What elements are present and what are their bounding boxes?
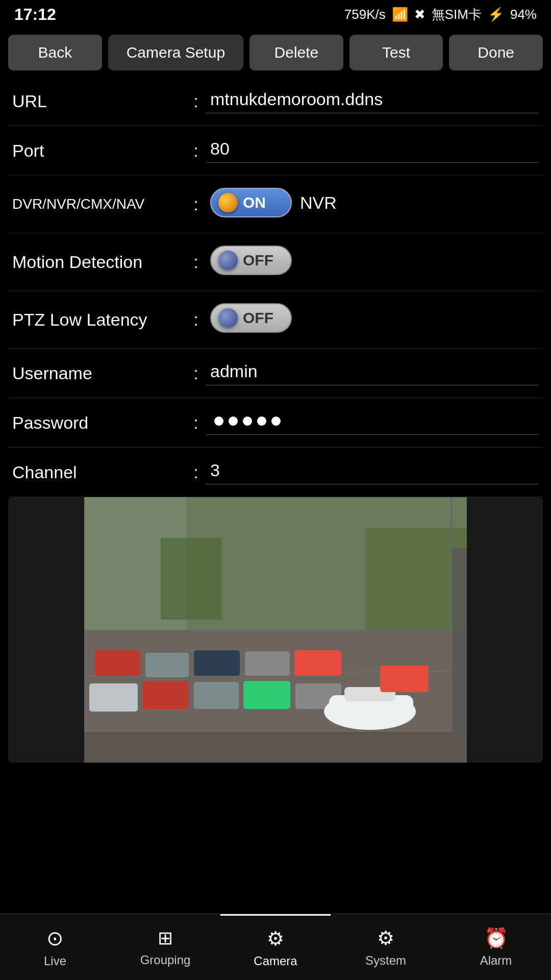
done-button[interactable]: Done	[449, 35, 543, 70]
toolbar: Back Camera Setup Delete Test Done	[0, 29, 551, 77]
svg-rect-6	[94, 650, 140, 676]
username-input[interactable]	[210, 361, 539, 381]
live-icon: ⊙	[46, 926, 64, 950]
sim-text: 無SIM卡	[432, 6, 482, 23]
port-row: Port :	[8, 126, 543, 176]
toggle-dot-on	[218, 193, 238, 212]
pwd-dot-2	[229, 416, 238, 426]
toggle-dot-off-ptz	[218, 308, 238, 328]
username-label: Username	[12, 363, 186, 383]
password-label: Password	[12, 413, 186, 433]
password-row: Password :	[8, 398, 543, 448]
dvr-toggle-label: ON	[243, 194, 266, 211]
back-button[interactable]: Back	[8, 35, 102, 70]
status-bar: 17:12 759K/s 📶 ✖ 無SIM卡 ⚡ 94%	[0, 0, 551, 29]
username-row: Username :	[8, 349, 543, 398]
port-label: Port	[12, 141, 186, 161]
status-right: 759K/s 📶 ✖ 無SIM卡 ⚡ 94%	[344, 6, 537, 23]
toggle-dot-off-motion	[218, 251, 238, 270]
password-sep: :	[186, 413, 206, 433]
port-sep: :	[186, 141, 206, 161]
channel-label: Channel	[12, 462, 186, 482]
nav-grouping[interactable]: ⊞ Grouping	[110, 914, 220, 980]
svg-rect-20	[452, 548, 467, 763]
grouping-icon: ⊞	[158, 927, 173, 949]
bottom-nav: ⊙ Live ⊞ Grouping ⚙ Camera ⚙ System ⏰ Al…	[0, 914, 551, 980]
url-sep: :	[186, 91, 206, 111]
url-row: URL :	[8, 77, 543, 126]
nav-alarm[interactable]: ⏰ Alarm	[441, 914, 551, 980]
dvr-row: DVR/NVR/CMX/NAV : ON NVR	[8, 176, 543, 233]
svg-rect-8	[194, 650, 240, 676]
pwd-dot-4	[257, 416, 266, 426]
network-speed: 759K/s	[344, 7, 386, 22]
svg-rect-14	[243, 681, 290, 709]
svg-rect-11	[89, 683, 138, 712]
test-button[interactable]: Test	[349, 35, 443, 70]
nvr-label: NVR	[300, 193, 337, 213]
channel-row: Channel :	[8, 448, 543, 497]
alarm-icon: ⏰	[484, 927, 508, 949]
system-icon: ⚙	[377, 927, 394, 949]
password-dots	[210, 416, 281, 426]
ptz-sep: :	[186, 310, 206, 330]
motion-toggle[interactable]: OFF	[210, 246, 292, 275]
form-area: URL : Port : DVR/NVR/CMX/NAV : ON NVR Mo…	[0, 77, 551, 497]
dvr-label: DVR/NVR/CMX/NAV	[12, 196, 186, 212]
camera-setup-label: Camera Setup	[108, 35, 243, 70]
nav-camera-label: Camera	[254, 954, 297, 968]
svg-rect-12	[143, 681, 189, 709]
nav-grouping-label: Grouping	[140, 953, 191, 967]
url-label: URL	[12, 91, 186, 111]
battery-level: 94%	[510, 7, 537, 22]
svg-rect-22	[84, 732, 467, 763]
svg-rect-19	[380, 666, 429, 692]
url-input[interactable]	[210, 89, 539, 109]
dvr-toggle[interactable]: ON	[210, 188, 292, 217]
nav-alarm-label: Alarm	[480, 953, 512, 968]
port-input[interactable]	[210, 139, 539, 159]
ptz-label: PTZ Low Latency	[12, 310, 186, 330]
pwd-dot-5	[271, 416, 281, 426]
status-time: 17:12	[14, 5, 56, 24]
username-value[interactable]	[206, 361, 539, 385]
channel-sep: :	[186, 462, 206, 482]
motion-sep: :	[186, 252, 206, 272]
camera-preview	[8, 497, 543, 763]
wifi-icon: 📶	[392, 7, 408, 22]
delete-button[interactable]: Delete	[249, 35, 343, 70]
ptz-toggle[interactable]: OFF	[210, 303, 292, 333]
motion-label: Motion Detection	[12, 252, 186, 272]
svg-rect-7	[145, 653, 189, 677]
pwd-dot-1	[214, 416, 223, 426]
nav-camera[interactable]: ⚙ Camera	[220, 914, 331, 980]
ptz-row: PTZ Low Latency : OFF	[8, 291, 543, 349]
motion-row: Motion Detection : OFF	[8, 233, 543, 291]
channel-value[interactable]	[206, 460, 539, 484]
svg-rect-13	[194, 682, 239, 709]
port-value[interactable]	[206, 138, 539, 163]
charging-icon: ⚡	[488, 7, 504, 22]
nav-system[interactable]: ⚙ System	[331, 914, 441, 980]
svg-rect-9	[245, 651, 290, 676]
signal-icon: ✖	[414, 7, 425, 22]
motion-toggle-label: OFF	[243, 252, 273, 269]
url-value[interactable]	[206, 89, 539, 113]
camera-icon: ⚙	[267, 927, 284, 950]
username-sep: :	[186, 363, 206, 383]
camera-feed-svg	[8, 497, 543, 763]
ptz-toggle-label: OFF	[243, 309, 273, 327]
svg-rect-4	[161, 538, 222, 620]
channel-input[interactable]	[210, 460, 539, 480]
svg-rect-10	[294, 650, 341, 676]
password-value[interactable]	[206, 410, 539, 435]
nav-system-label: System	[365, 953, 406, 968]
pwd-dot-3	[243, 416, 252, 426]
nav-live-label: Live	[44, 954, 66, 968]
nav-live[interactable]: ⊙ Live	[0, 914, 110, 980]
dvr-sep: :	[186, 194, 206, 214]
